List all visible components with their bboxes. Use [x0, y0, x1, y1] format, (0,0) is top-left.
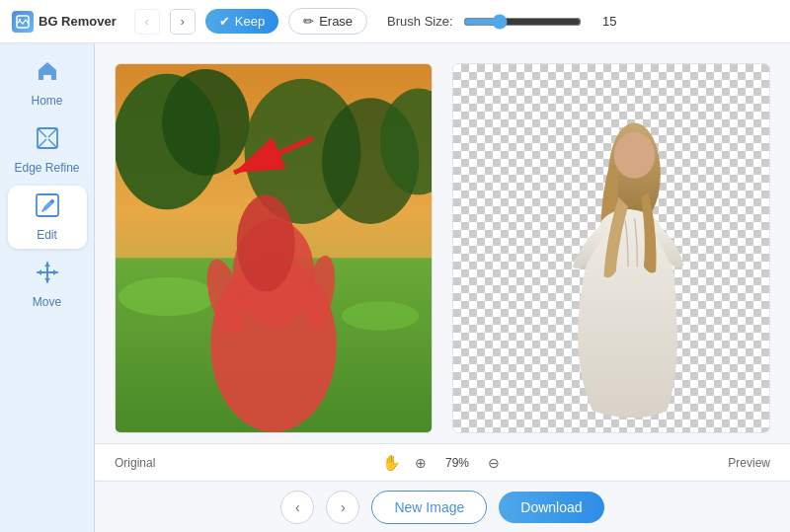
original-image — [116, 64, 432, 432]
svg-point-1 — [19, 18, 21, 20]
main-layout: Home Edge Refine Edit — [0, 43, 790, 532]
zoom-controls: ✋ ⊕ 79% ⊖ — [380, 452, 505, 474]
sidebar-item-edit[interactable]: Edit — [8, 186, 87, 249]
new-image-button[interactable]: New Image — [371, 491, 487, 524]
svg-point-4 — [50, 199, 54, 203]
edge-refine-icon — [35, 125, 60, 157]
next-button[interactable]: › — [326, 491, 359, 524]
home-label: Home — [31, 94, 62, 108]
content-area: Original ✋ ⊕ 79% ⊖ Preview ‹ › New Image… — [95, 43, 790, 532]
svg-point-13 — [342, 301, 420, 330]
keep-button[interactable]: ✔ Keep — [205, 9, 278, 34]
original-label: Original — [115, 456, 380, 470]
original-panel[interactable] — [115, 63, 433, 433]
erase-icon: ✏ — [303, 14, 314, 29]
erase-button[interactable]: ✏ Erase — [288, 8, 367, 35]
prev-button[interactable]: ‹ — [280, 491, 314, 524]
svg-point-16 — [237, 195, 295, 292]
edit-icon — [35, 192, 60, 224]
hand-tool-button[interactable]: ✋ — [380, 452, 402, 474]
keep-label: Keep — [235, 14, 265, 29]
bottom-bar: Original ✋ ⊕ 79% ⊖ Preview — [95, 443, 790, 481]
app-logo-icon — [12, 11, 34, 33]
brush-size-label: Brush Size: — [387, 14, 452, 29]
brush-size-value: 15 — [590, 14, 617, 29]
redo-button[interactable]: › — [170, 9, 196, 35]
edge-refine-label: Edge Refine — [14, 161, 79, 175]
svg-point-7 — [162, 69, 249, 176]
undo-button[interactable]: ‹ — [134, 9, 160, 35]
action-bar: ‹ › New Image Download — [95, 481, 790, 532]
brush-size-slider[interactable] — [463, 14, 582, 30]
zoom-out-button[interactable]: ⊖ — [483, 452, 505, 474]
sidebar-item-move[interactable]: Move — [8, 253, 87, 316]
move-label: Move — [33, 295, 61, 309]
sidebar: Home Edge Refine Edit — [0, 43, 95, 532]
toolbar: BG Remover ‹ › ✔ Keep ✏ Erase Brush Size… — [0, 0, 790, 43]
download-button[interactable]: Download — [499, 492, 603, 523]
svg-point-12 — [118, 277, 215, 316]
zoom-value: 79% — [439, 456, 475, 470]
app-name: BG Remover — [39, 14, 117, 29]
preview-panel[interactable] — [452, 63, 770, 433]
app-logo: BG Remover — [12, 11, 117, 33]
home-icon — [35, 58, 60, 90]
brush-slider-container: 15 — [463, 14, 617, 30]
keep-check-icon: ✔ — [219, 14, 230, 29]
prev-icon: ‹ — [295, 499, 300, 515]
sidebar-item-home[interactable]: Home — [8, 51, 87, 114]
zoom-in-button[interactable]: ⊕ — [410, 452, 432, 474]
canvas-row — [95, 43, 790, 443]
svg-point-21 — [614, 132, 655, 179]
preview-label: Preview — [505, 456, 770, 470]
sidebar-item-edge-refine[interactable]: Edge Refine — [8, 118, 87, 182]
edit-label: Edit — [37, 228, 57, 242]
erase-label: Erase — [319, 14, 353, 29]
next-icon: › — [341, 499, 346, 515]
move-icon — [35, 260, 60, 291]
